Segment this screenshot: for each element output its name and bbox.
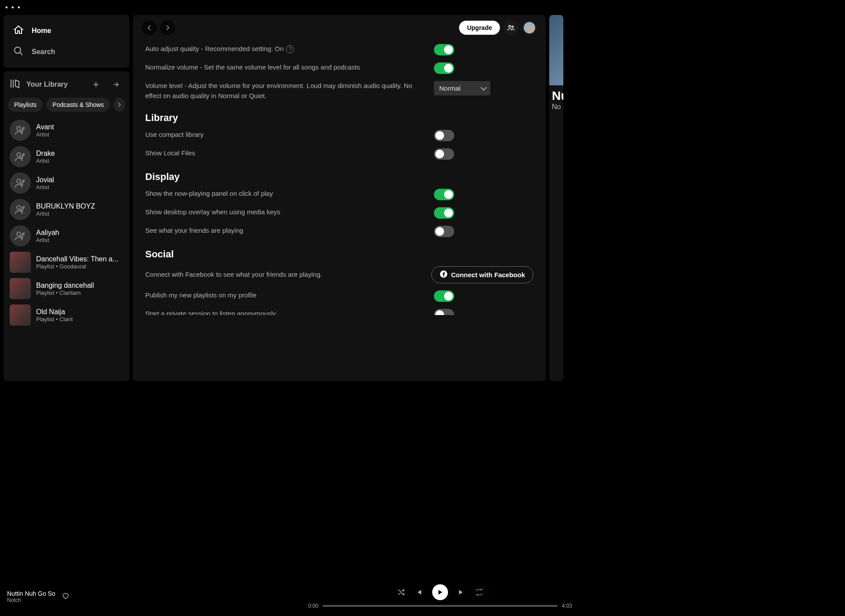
playlist-artwork bbox=[10, 252, 31, 273]
library-item[interactable]: Old NaijaPlaylist • Clarit bbox=[6, 302, 127, 328]
setting-normalize-label: Normalize volume - Set the same volume l… bbox=[145, 62, 427, 73]
svg-point-5 bbox=[17, 205, 21, 209]
setting-private-label: Start a private session to listen anonym… bbox=[145, 309, 427, 315]
library-item[interactable]: AvantArtist bbox=[6, 117, 127, 143]
library-icon[interactable] bbox=[10, 78, 20, 91]
toggle-compact[interactable] bbox=[434, 130, 454, 141]
section-social-heading: Social bbox=[145, 241, 533, 263]
library-item-title: Aaliyah bbox=[36, 229, 59, 237]
toggle-private[interactable] bbox=[434, 309, 454, 315]
connect-facebook-button[interactable]: Connect with Facebook bbox=[431, 266, 533, 283]
library-item-title: Old Naija bbox=[36, 308, 73, 316]
library-item-subtitle: Playlist • Claritam bbox=[36, 290, 94, 296]
svg-point-0 bbox=[15, 47, 21, 53]
playlist-artwork bbox=[10, 278, 31, 299]
setting-volume-level-label: Volume level - Adjust the volume for you… bbox=[145, 81, 427, 101]
library-item-title: Banging dancehall bbox=[36, 282, 94, 290]
toggle-publish[interactable] bbox=[434, 290, 454, 302]
artist-icon bbox=[10, 120, 31, 141]
library-item-subtitle: Artist bbox=[36, 210, 95, 217]
facebook-icon bbox=[440, 270, 448, 279]
now-playing-panel: Nu No bbox=[549, 15, 563, 381]
svg-point-7 bbox=[509, 26, 511, 28]
home-icon bbox=[13, 25, 24, 37]
toggle-local-files[interactable] bbox=[434, 148, 454, 160]
nav-search[interactable]: Search bbox=[7, 41, 126, 62]
friends-activity-button[interactable] bbox=[503, 20, 518, 35]
volume-level-select[interactable]: Normal bbox=[434, 81, 490, 95]
search-icon bbox=[13, 46, 24, 58]
svg-point-8 bbox=[512, 26, 514, 28]
setting-local-files-label: Show Local Files bbox=[145, 148, 427, 158]
now-playing-artwork bbox=[549, 15, 563, 85]
setting-compact-label: Use compact library bbox=[145, 130, 427, 140]
library-item-title: BURUKLYN BOYZ bbox=[36, 202, 95, 210]
library-item[interactable]: AaliyahArtist bbox=[6, 223, 127, 249]
setting-overlay-label: Show desktop overlay when using media ke… bbox=[145, 207, 427, 217]
now-playing-artist: No bbox=[549, 103, 563, 111]
setting-publish-label: Publish my new playlists on my profile bbox=[145, 290, 427, 301]
back-button[interactable] bbox=[142, 20, 157, 35]
section-display-heading: Display bbox=[145, 163, 533, 185]
library-item[interactable]: JovialArtist bbox=[6, 170, 127, 196]
library-item-subtitle: Playlist • Clarit bbox=[36, 316, 73, 323]
artist-icon bbox=[10, 199, 31, 220]
nav-panel: Home Search bbox=[4, 15, 129, 68]
library-item-subtitle: Artist bbox=[36, 237, 59, 243]
svg-point-6 bbox=[17, 232, 21, 236]
chip-scroll-right[interactable] bbox=[114, 98, 125, 112]
toggle-normalize[interactable] bbox=[434, 62, 454, 74]
library-item[interactable]: Banging dancehallPlaylist • Claritam bbox=[6, 275, 127, 302]
window-menu-dots[interactable]: • • • bbox=[0, 0, 567, 15]
info-icon[interactable]: ? bbox=[286, 45, 294, 53]
forward-button[interactable] bbox=[160, 20, 175, 35]
setting-friends-label: See what your friends are playing bbox=[145, 226, 427, 236]
library-item-title: Dancehall Vibes: Then a... bbox=[36, 255, 118, 263]
section-library-heading: Library bbox=[145, 104, 533, 126]
nav-home[interactable]: Home bbox=[7, 20, 126, 41]
chip-podcasts[interactable]: Podcasts & Shows bbox=[46, 98, 110, 112]
main-panel: Upgrade Auto adjust quality - Recommende… bbox=[133, 15, 546, 381]
svg-point-4 bbox=[17, 179, 21, 183]
upgrade-button[interactable]: Upgrade bbox=[459, 21, 500, 35]
setting-nowplaying-label: Show the now-playing panel on click of p… bbox=[145, 189, 427, 199]
library-item-subtitle: Artist bbox=[36, 184, 54, 191]
setting-facebook-label: Connect with Facebook to see what your f… bbox=[145, 270, 424, 280]
library-item[interactable]: BURUKLYN BOYZArtist bbox=[6, 196, 127, 223]
library-item[interactable]: Dancehall Vibes: Then a...Playlist • Goo… bbox=[6, 249, 127, 275]
artist-icon bbox=[10, 172, 31, 194]
library-item-subtitle: Artist bbox=[36, 131, 54, 138]
nav-home-label: Home bbox=[32, 27, 51, 35]
chip-playlists[interactable]: Playlists bbox=[8, 98, 43, 112]
svg-point-3 bbox=[17, 153, 21, 157]
toggle-auto-adjust[interactable] bbox=[434, 44, 454, 55]
now-playing-title: Nu bbox=[549, 85, 563, 103]
library-item-subtitle: Playlist • Goodaural bbox=[36, 263, 118, 270]
toggle-overlay[interactable] bbox=[434, 207, 454, 219]
connect-facebook-label: Connect with Facebook bbox=[451, 271, 525, 279]
svg-point-2 bbox=[17, 126, 21, 130]
svg-line-1 bbox=[20, 52, 22, 55]
library-title: Your Library bbox=[26, 81, 68, 88]
library-item-title: Drake bbox=[36, 150, 55, 158]
library-expand-button[interactable] bbox=[109, 77, 123, 92]
library-panel: Your Library Playlists Podcasts & Shows … bbox=[4, 71, 129, 381]
library-item-title: Jovial bbox=[36, 176, 54, 184]
profile-avatar[interactable] bbox=[522, 20, 537, 35]
playlist-artwork bbox=[10, 304, 31, 326]
library-item-subtitle: Artist bbox=[36, 158, 55, 164]
library-add-button[interactable] bbox=[89, 77, 103, 92]
library-item-title: Avant bbox=[36, 123, 54, 131]
artist-icon bbox=[10, 146, 31, 167]
setting-auto-adjust-label: Auto adjust quality - Recommended settin… bbox=[145, 44, 427, 54]
nav-search-label: Search bbox=[32, 48, 55, 56]
toggle-friends[interactable] bbox=[434, 226, 454, 237]
artist-icon bbox=[10, 225, 31, 246]
toggle-nowplaying[interactable] bbox=[434, 189, 454, 200]
library-item[interactable]: DrakeArtist bbox=[6, 143, 127, 170]
